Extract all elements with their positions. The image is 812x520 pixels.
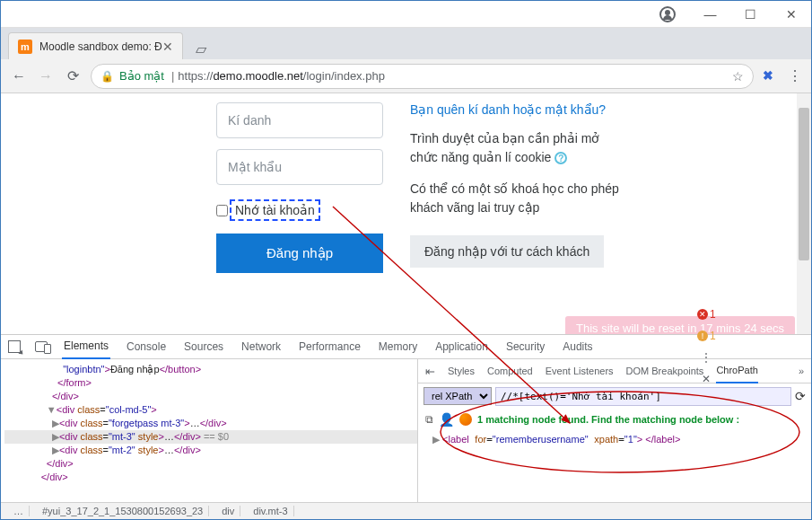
- login-form: Nhớ tài khoản Đăng nhập: [216, 102, 383, 273]
- devtools-body: "loginbtn">Đăng nhập</button> </form> </…: [1, 359, 811, 502]
- bookmark-star-icon[interactable]: ☆: [732, 69, 744, 84]
- remember-checkbox[interactable]: [216, 205, 228, 216]
- sidebar-tab-chropath[interactable]: ChroPath: [716, 359, 757, 383]
- browser-menu-icon[interactable]: ⋮: [788, 67, 802, 84]
- devtools-warning-count[interactable]: !1: [697, 330, 716, 342]
- sidebar-tab-dombp[interactable]: DOM Breakpoints: [626, 366, 704, 376]
- window-minimize-button[interactable]: —: [690, 1, 730, 28]
- chropath-query-input[interactable]: [495, 387, 791, 406]
- breadcrumb-selector[interactable]: #yui_3_17_2_1_1530800152693_23: [37, 506, 209, 516]
- url-domain: demo.moodle.net: [213, 69, 302, 83]
- vertical-scrollbar[interactable]: [797, 93, 811, 336]
- chropath-refresh-icon[interactable]: ⟳: [795, 389, 806, 403]
- sidebar-tab-listeners[interactable]: Event Listeners: [546, 366, 614, 376]
- sidebar-tab-computed[interactable]: Computed: [487, 366, 533, 376]
- devtools-error-count[interactable]: ✕1: [697, 308, 716, 321]
- help-icon[interactable]: ?: [554, 152, 567, 164]
- reload-button[interactable]: ⟳: [64, 67, 82, 84]
- login-button[interactable]: Đăng nhập: [216, 234, 383, 273]
- url-separator: |: [171, 69, 174, 83]
- browser-tab[interactable]: m Moodle sandbox demo: Đ ✕: [8, 32, 183, 59]
- url-scheme: https://: [178, 69, 213, 83]
- devtools-tab-application[interactable]: Application: [433, 335, 490, 359]
- remember-label: Nhớ tài khoản: [230, 199, 320, 221]
- back-button[interactable]: ←: [10, 68, 28, 84]
- devtools-tab-console[interactable]: Console: [125, 335, 168, 359]
- devtools-tab-network[interactable]: Network: [240, 335, 283, 359]
- inspect-icon[interactable]: [8, 340, 21, 353]
- user-account-icon[interactable]: [650, 1, 690, 28]
- devtools-panel: Elements Console Sources Network Perform…: [1, 334, 811, 502]
- breadcrumb-div-mt3[interactable]: div.mt-3: [248, 506, 293, 516]
- guest-notice: Có thể có một số khoá học cho phép khách…: [410, 180, 625, 217]
- forward-button: →: [37, 68, 55, 84]
- tab-favicon: m: [18, 40, 32, 54]
- firefox-icon[interactable]: [459, 413, 472, 426]
- forgot-password-link[interactable]: Bạn quên kí danh hoặc mật khẩu?: [410, 102, 625, 117]
- lock-icon: 🔒: [100, 70, 114, 83]
- address-bar[interactable]: 🔒 Bảo mật | https://demo.moodle.net/logi…: [91, 64, 754, 89]
- cookie-notice: Trình duyệt của bạn cần phải mở chức năn…: [410, 129, 625, 167]
- chropath-result-row: ⧉ 👤 1 matching node found. Find the matc…: [418, 409, 811, 430]
- devtools-breadcrumb: … #yui_3_17_2_1_1530800152693_23 div div…: [1, 502, 811, 519]
- window-close-button[interactable]: ✕: [771, 1, 811, 28]
- extension-icon[interactable]: ✖: [763, 68, 779, 84]
- tab-close-icon[interactable]: ✕: [162, 40, 173, 54]
- chropath-match-node[interactable]: ▶ <label for="rememberusername" xpath="1…: [418, 430, 811, 449]
- chropath-query-bar: rel XPath ⟳: [418, 383, 811, 409]
- devtools-tab-audits[interactable]: Audits: [561, 335, 594, 359]
- url-path: /login/index.php: [303, 69, 385, 83]
- remember-row: Nhớ tài khoản: [216, 199, 383, 221]
- devtools-tab-sources[interactable]: Sources: [182, 335, 225, 359]
- breadcrumb-ellipsis[interactable]: …: [8, 506, 30, 516]
- breadcrumb-div[interactable]: div: [216, 506, 240, 516]
- password-input[interactable]: [216, 149, 383, 185]
- device-toggle-icon[interactable]: [35, 341, 48, 352]
- login-container: Nhớ tài khoản Đăng nhập Bạn quên kí danh…: [1, 93, 811, 273]
- secure-label: Bảo mật: [119, 69, 164, 83]
- browser-toolbar: ← → ⟳ 🔒 Bảo mật | https://demo.moodle.ne…: [1, 59, 811, 93]
- guest-login-button[interactable]: Đăng nhập với tư cách khách: [410, 235, 604, 268]
- devtools-tab-memory[interactable]: Memory: [377, 335, 419, 359]
- copy-icon[interactable]: ⧉: [425, 413, 433, 426]
- chropath-mode-select[interactable]: rel XPath: [423, 387, 492, 405]
- sidebar-toggle-icon[interactable]: ⇤: [425, 365, 435, 378]
- person-icon[interactable]: 👤: [439, 412, 454, 427]
- window-maximize-button[interactable]: ☐: [730, 1, 771, 28]
- chropath-result-text: 1 matching node found. Find the matching…: [477, 414, 739, 425]
- devtools-sidebar: ⇤ Styles Computed Event Listeners DOM Br…: [418, 359, 811, 502]
- new-tab-button[interactable]: ▱: [188, 38, 214, 59]
- username-input[interactable]: [216, 102, 383, 138]
- devtools-tab-performance[interactable]: Performance: [297, 335, 362, 359]
- devtools-tab-elements[interactable]: Elements: [62, 335, 110, 359]
- elements-tree[interactable]: "loginbtn">Đăng nhập</button> </form> </…: [1, 359, 418, 502]
- tab-title: Moodle sandbox demo: Đ: [39, 40, 162, 53]
- devtools-sidebar-tabs: ⇤ Styles Computed Event Listeners DOM Br…: [418, 359, 811, 383]
- window-titlebar: — ☐ ✕: [1, 1, 811, 28]
- browser-tabstrip: m Moodle sandbox demo: Đ ✕ ▱: [1, 28, 811, 59]
- devtools-tab-security[interactable]: Security: [504, 335, 546, 359]
- devtools-tabbar: Elements Console Sources Network Perform…: [1, 335, 811, 359]
- login-info: Bạn quên kí danh hoặc mật khẩu? Trình du…: [410, 102, 625, 273]
- sidebar-more-icon[interactable]: »: [799, 366, 804, 376]
- sidebar-tab-styles[interactable]: Styles: [448, 366, 475, 376]
